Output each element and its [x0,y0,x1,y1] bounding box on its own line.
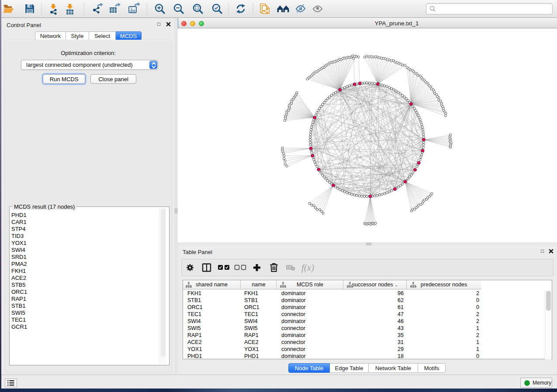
svg-text:f(x): f(x) [301,262,314,273]
